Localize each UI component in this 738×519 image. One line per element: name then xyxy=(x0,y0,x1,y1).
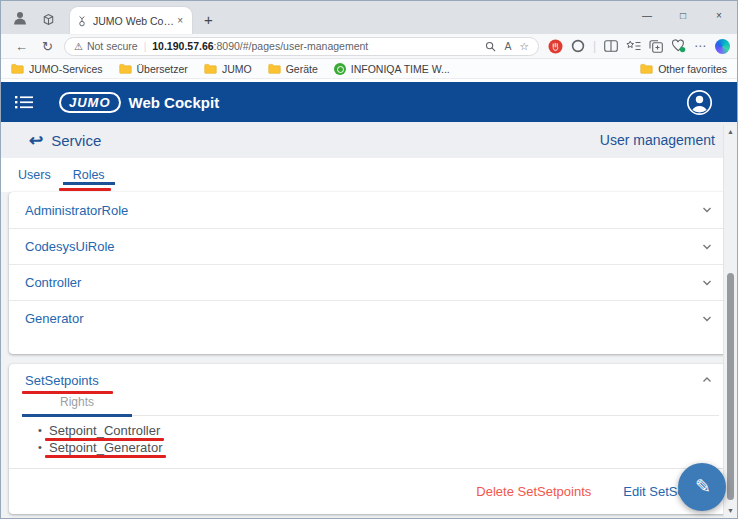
bookmark-folder[interactable]: JUMO xyxy=(204,63,252,75)
extension-icon[interactable] xyxy=(571,39,585,53)
chevron-down-icon[interactable] xyxy=(701,204,713,216)
list-item: • Setpoint_Generator xyxy=(49,439,729,456)
rights-list: • Setpoint_Controller • Setpoint_Generat… xyxy=(9,422,729,456)
url-path: :8090/#/pages/user-management xyxy=(214,40,369,52)
bookmark-label: Übersetzer xyxy=(137,63,188,75)
role-row-administratorrole[interactable]: AdministratorRole xyxy=(9,192,729,228)
more-options-icon[interactable]: ⋯ xyxy=(694,39,707,53)
right-name-text: Setpoint_Generator xyxy=(49,440,162,455)
role-name: AdministratorRole xyxy=(25,203,128,218)
url-host: 10.190.57.66 xyxy=(152,40,213,52)
role-row-codesysuirole[interactable]: CodesysUiRole xyxy=(9,228,729,264)
annotation-underline xyxy=(45,455,166,458)
list-item: • Setpoint_Controller xyxy=(49,422,729,439)
pencil-icon: ✎ xyxy=(695,475,711,498)
new-tab-button[interactable]: + xyxy=(204,15,213,25)
other-favorites-folder[interactable]: Other favorites xyxy=(640,63,727,75)
tab-roles-label: Roles xyxy=(73,168,105,182)
role-name: Controller xyxy=(25,275,81,290)
security-label[interactable]: Not secure xyxy=(87,40,138,52)
browser-profile-icon[interactable] xyxy=(11,9,29,27)
bookmark-label: INFONIQA TIME W... xyxy=(351,63,450,75)
warning-icon: ⚠ xyxy=(74,41,83,52)
refresh-icon[interactable]: ↻ xyxy=(35,39,60,54)
minimize-button[interactable]: — xyxy=(629,1,665,29)
page-title: Service xyxy=(51,132,101,149)
split-screen-icon[interactable] xyxy=(604,40,618,52)
tab-rights[interactable]: Rights xyxy=(22,395,132,409)
delete-setsetpoints-button[interactable]: Delete SetSetpoints xyxy=(476,484,591,499)
browser-essentials-icon[interactable] xyxy=(671,39,686,53)
app-title: Web Cockpit xyxy=(129,94,220,111)
tab-users[interactable]: Users xyxy=(13,158,56,192)
edit-fab-button[interactable]: ✎ xyxy=(678,463,726,511)
role-name: SetSetpoints xyxy=(25,373,99,388)
menu-icon[interactable] xyxy=(15,94,33,110)
read-aloud-icon[interactable]: A xyxy=(504,40,511,52)
bookmark-folder[interactable]: Übersetzer xyxy=(119,63,188,75)
right-name: Setpoint_Controller xyxy=(49,423,160,438)
role-row-setsetpoints[interactable]: SetSetpoints xyxy=(9,370,729,390)
copilot-icon[interactable] xyxy=(715,39,730,54)
search-icon[interactable] xyxy=(485,41,496,52)
roles-accordion: AdministratorRole CodesysUiRole Controll… xyxy=(9,192,729,354)
back-arrow-icon[interactable]: ↩ xyxy=(29,130,43,151)
user-avatar-icon[interactable] xyxy=(686,89,713,116)
roles-content: AdministratorRole CodesysUiRole Controll… xyxy=(1,192,737,514)
workspaces-icon[interactable] xyxy=(41,12,56,27)
page-subtitle: User management xyxy=(600,132,715,148)
chevron-down-icon[interactable] xyxy=(701,241,713,253)
chevron-down-icon[interactable] xyxy=(701,277,713,289)
bookmark-item[interactable]: INFONIQA TIME W... xyxy=(334,63,450,75)
scroll-up-icon[interactable]: ▲ xyxy=(724,128,737,135)
browser-window: JUMO Web Cockpit × + — □ × ← ↻ ⚠ Not sec… xyxy=(0,0,738,519)
tab-title: JUMO Web Cockpit xyxy=(93,15,174,27)
expanded-role-panel: SetSetpoints Rights • S xyxy=(9,364,729,514)
maximize-button[interactable]: □ xyxy=(665,1,701,29)
browser-toolbar: ← ↻ ⚠ Not secure | 10.190.57.66:8090/#/p… xyxy=(1,34,737,59)
scrollbar-thumb[interactable] xyxy=(727,273,734,500)
jumo-logo: JUMO xyxy=(59,92,121,113)
browser-tab[interactable]: JUMO Web Cockpit × xyxy=(70,7,192,34)
site-favicon xyxy=(76,15,88,27)
role-row-controller[interactable]: Controller xyxy=(9,264,729,300)
tab-close-icon[interactable]: × xyxy=(174,15,186,26)
chevron-up-icon[interactable] xyxy=(701,374,713,386)
collections-icon[interactable] xyxy=(649,40,663,53)
panel-actions: Delete SetSetpoints Edit SetSetpoints xyxy=(9,468,729,514)
tab-roles[interactable]: Roles xyxy=(68,158,110,192)
service-bar: ↩ Service User management xyxy=(1,122,737,158)
page-scrollbar[interactable]: ▲ ▼ xyxy=(723,125,737,517)
address-separator: | xyxy=(144,41,147,52)
bookmark-folder[interactable]: Geräte xyxy=(268,63,318,75)
browser-tab-strip: JUMO Web Cockpit × + — □ × xyxy=(1,1,737,34)
scroll-down-icon[interactable]: ▼ xyxy=(724,507,737,514)
chevron-down-icon[interactable] xyxy=(701,313,713,325)
bookmark-label: JUMO xyxy=(222,63,252,75)
window-controls: — □ × xyxy=(629,1,737,29)
extensions-area: | ⋯ xyxy=(548,39,730,54)
rights-tab-indicator xyxy=(22,414,132,417)
role-name: Generator xyxy=(25,311,84,326)
web-page: JUMO Web Cockpit ↩ Service User manageme… xyxy=(1,82,737,519)
annotation-underline xyxy=(59,188,111,191)
extension-adblock-icon[interactable] xyxy=(548,39,563,54)
active-tab-indicator xyxy=(63,182,115,185)
right-name-text: Setpoint_Controller xyxy=(49,423,160,438)
role-row-generator[interactable]: Generator xyxy=(9,300,729,336)
bookmark-label: JUMO-Services xyxy=(29,63,103,75)
app-header: JUMO Web Cockpit xyxy=(1,82,737,122)
role-name-text: SetSetpoints xyxy=(25,373,99,388)
bookmark-label: Geräte xyxy=(286,63,318,75)
close-button[interactable]: × xyxy=(701,1,737,29)
favorite-star-icon[interactable]: ☆ xyxy=(519,40,528,52)
page-tabs: Users Roles xyxy=(1,158,737,192)
url-text[interactable]: 10.190.57.66:8090/#/pages/user-managemen… xyxy=(152,40,477,52)
rights-tab-bar: Rights xyxy=(9,392,729,417)
bookmark-folder[interactable]: JUMO-Services xyxy=(11,63,103,75)
address-bar[interactable]: ⚠ Not secure | 10.190.57.66:8090/#/pages… xyxy=(64,37,539,56)
infoniqa-icon xyxy=(334,63,346,75)
bookmarks-bar: JUMO-Services Übersetzer JUMO Geräte INF… xyxy=(1,59,737,79)
favorites-hub-icon[interactable] xyxy=(626,40,641,53)
back-icon[interactable]: ← xyxy=(8,39,35,54)
